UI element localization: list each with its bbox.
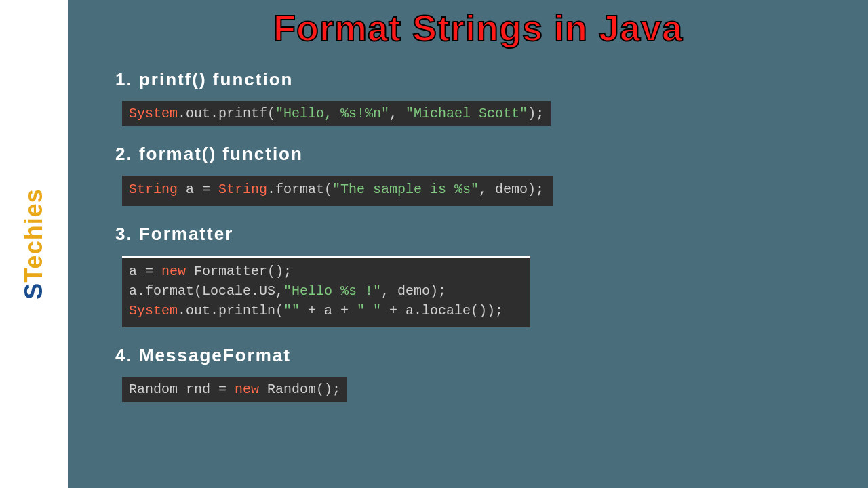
code-token: a = [129,264,161,279]
code-token: + a.locale()); [381,303,503,319]
code-block-1: System.out.printf("Hello, %s!%n", "Micha… [122,101,551,126]
code-token: , [389,106,406,121]
code-token: .out.printf( [178,106,275,121]
code-token: Random(); [259,382,340,397]
logo-rest: Techies [20,188,47,282]
code-token: "Hello, %s!%n" [275,106,389,121]
code-token: .format( [267,182,332,197]
code-token: , demo); [479,182,544,197]
code-token: .out.println( [178,303,283,319]
section-heading-1: 1. printf() function [115,69,841,90]
code-token: String [129,182,178,197]
code-block-3: a = new Formatter(); a.format(Locale.US,… [122,256,530,327]
code-token: "" [283,303,300,319]
slide-main: Format Strings in Java 1. printf() funct… [68,0,868,488]
brand-logo: STechies [20,188,48,299]
logo-letter-s: S [20,283,47,300]
code-token: System [129,106,178,121]
code-token: "Hello %s !" [283,283,381,299]
code-token: new [161,264,186,279]
code-token: + a + [300,303,357,319]
code-token: "The sample is %s" [332,182,479,197]
section-heading-2: 2. format() function [115,144,841,165]
slide-title: Format Strings in Java [115,7,841,49]
section-heading-4: 4. MessageFormat [115,345,841,366]
code-token: a = [178,182,218,197]
code-token: a.format(Locale.US, [129,283,283,299]
code-token: Random rnd = [129,382,235,397]
code-token: new [235,382,259,397]
code-block-4: Random rnd = new Random(); [122,377,347,402]
code-block-2: String a = String.format("The sample is … [122,176,553,206]
code-token: String [218,182,267,197]
code-token: " " [357,303,381,319]
code-token: ); [528,106,544,121]
code-token: Formatter(); [186,264,292,279]
code-token: "Michael Scott" [406,106,528,121]
section-heading-3: 3. Formatter [115,224,841,245]
code-token: System [129,303,178,319]
sidebar: STechies [0,0,68,488]
code-token: , demo); [381,283,446,299]
